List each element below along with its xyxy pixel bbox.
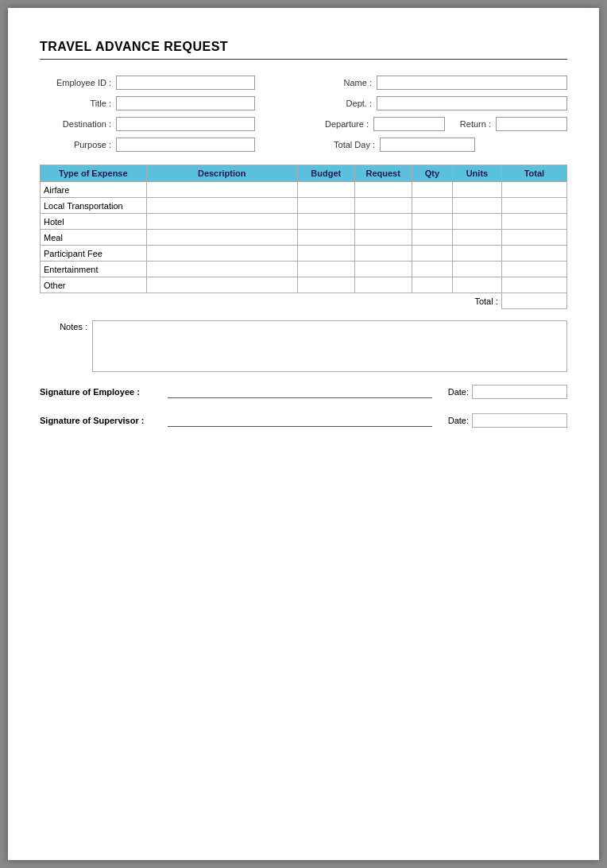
- destination-input[interactable]: [116, 117, 255, 131]
- total-spacer: [41, 293, 453, 309]
- expense-data-cell: [354, 182, 412, 198]
- expense-type-cell: Participant Fee: [41, 246, 147, 262]
- expense-data-cell: [354, 246, 412, 262]
- expense-data-cell: [412, 230, 452, 246]
- expense-data-cell: [146, 277, 297, 293]
- supervisor-sig-label: Signature of Supervisor :: [40, 416, 163, 425]
- expense-data-cell: [453, 182, 502, 198]
- departure-input[interactable]: [373, 117, 445, 131]
- expense-data-cell: [297, 246, 354, 262]
- expense-data-cell: [501, 246, 566, 262]
- employee-date-input[interactable]: [472, 385, 567, 399]
- expense-type-cell: Meal: [41, 230, 147, 246]
- employee-sig-label: Signature of Employee :: [40, 387, 163, 397]
- field-name: Name :: [300, 76, 567, 90]
- field-destination: Destination :: [40, 117, 297, 131]
- title-label: Title :: [40, 99, 111, 108]
- supervisor-sig-row: Signature of Supervisor : Date:: [40, 413, 567, 428]
- form-row-2: Title : Dept. :: [40, 96, 567, 110]
- purpose-input[interactable]: [116, 138, 255, 152]
- expense-data-cell: [412, 214, 452, 230]
- name-label: Name :: [300, 78, 372, 87]
- col-header-type: Type of Expense: [41, 165, 147, 182]
- employee-sig-line: [168, 386, 432, 398]
- dept-input[interactable]: [377, 96, 567, 110]
- expense-data-cell: [453, 246, 502, 262]
- expense-data-cell: [453, 214, 502, 230]
- expense-data-cell: [297, 198, 354, 214]
- expense-data-cell: [146, 262, 297, 277]
- field-dept: Dept. :: [300, 96, 567, 110]
- notes-section: Notes :: [40, 320, 567, 372]
- col-header-total: Total: [501, 165, 566, 182]
- expense-data-cell: [412, 262, 452, 277]
- notes-textarea[interactable]: [92, 320, 567, 372]
- expense-data-cell: [501, 262, 566, 277]
- expense-data-cell: [146, 198, 297, 214]
- supervisor-sig-line: [168, 414, 432, 427]
- total-label: Total :: [453, 293, 502, 309]
- supervisor-date-input[interactable]: [472, 413, 567, 428]
- expense-data-cell: [412, 246, 452, 262]
- page-title: TRAVEL ADVANCE REQUEST: [40, 40, 567, 60]
- expense-data-cell: [297, 277, 354, 293]
- employee-id-label: Employee ID :: [40, 78, 111, 87]
- expense-data-cell: [146, 182, 297, 198]
- col-header-qty: Qty: [412, 165, 452, 182]
- departure-label: Departure :: [297, 119, 369, 129]
- notes-label: Notes :: [40, 322, 87, 331]
- expense-data-cell: [501, 198, 566, 214]
- field-total-day: Total Day :: [304, 138, 567, 152]
- table-row: Entertainment: [41, 262, 567, 277]
- col-header-units: Units: [453, 165, 502, 182]
- expense-data-cell: [354, 262, 412, 277]
- total-day-input[interactable]: [380, 138, 475, 152]
- field-purpose: Purpose :: [40, 138, 304, 152]
- expense-data-cell: [354, 277, 412, 293]
- table-row: Local Transportation: [41, 198, 567, 214]
- total-row: Total :: [41, 293, 567, 309]
- expense-data-cell: [412, 198, 452, 214]
- table-row: Other: [41, 277, 567, 293]
- name-input[interactable]: [377, 76, 567, 90]
- expense-data-cell: [297, 262, 354, 277]
- expense-data-cell: [412, 277, 452, 293]
- expense-data-cell: [297, 230, 354, 246]
- employee-id-input[interactable]: [116, 76, 255, 90]
- return-label: Return :: [451, 119, 491, 129]
- field-employee-id: Employee ID :: [40, 76, 300, 90]
- expense-data-cell: [501, 214, 566, 230]
- expense-type-cell: Local Transportation: [41, 198, 147, 214]
- expense-data-cell: [354, 230, 412, 246]
- dept-label: Dept. :: [300, 99, 372, 108]
- expense-data-cell: [354, 214, 412, 230]
- page: TRAVEL ADVANCE REQUEST Employee ID : Nam…: [8, 8, 599, 860]
- expense-data-cell: [501, 277, 566, 293]
- expense-data-cell: [146, 230, 297, 246]
- col-header-desc: Description: [146, 165, 297, 182]
- expense-data-cell: [146, 246, 297, 262]
- expense-data-cell: [453, 230, 502, 246]
- expense-type-cell: Airfare: [41, 182, 147, 198]
- employee-date-label: Date:: [448, 387, 469, 397]
- expense-data-cell: [146, 214, 297, 230]
- table-header-row: Type of Expense Description Budget Reque…: [41, 165, 567, 182]
- form-section: Employee ID : Name : Title : Dept. : Des…: [40, 76, 567, 152]
- expense-data-cell: [501, 182, 566, 198]
- field-title: Title :: [40, 96, 300, 110]
- form-row-4: Purpose : Total Day :: [40, 138, 567, 152]
- form-row-1: Employee ID : Name :: [40, 76, 567, 90]
- signature-section: Signature of Employee : Date: Signature …: [40, 385, 567, 428]
- expense-data-cell: [297, 182, 354, 198]
- expense-type-cell: Other: [41, 277, 147, 293]
- expense-type-cell: Hotel: [41, 214, 147, 230]
- title-input[interactable]: [116, 96, 255, 110]
- total-day-label: Total Day :: [304, 140, 375, 149]
- expense-data-cell: [453, 262, 502, 277]
- field-return: Return :: [451, 117, 567, 131]
- table-row: Participant Fee: [41, 246, 567, 262]
- table-row: Hotel: [41, 214, 567, 230]
- expense-data-cell: [501, 230, 566, 246]
- form-row-3: Destination : Departure : Return :: [40, 117, 567, 131]
- return-input[interactable]: [496, 117, 567, 131]
